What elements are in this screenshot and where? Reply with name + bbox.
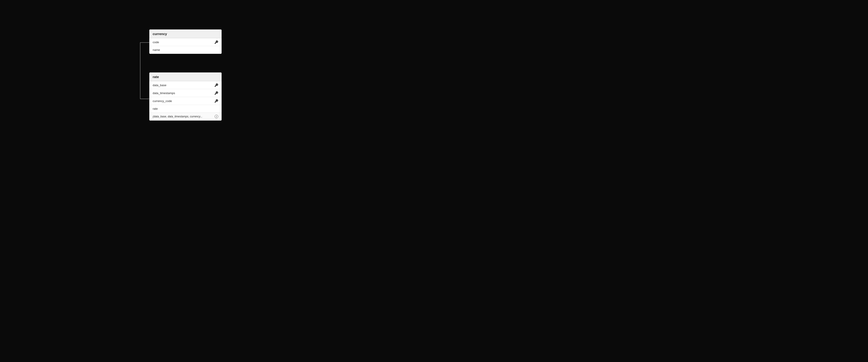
connector-line: [140, 42, 149, 99]
field-data-timestamps: data_timestamps: [153, 91, 175, 95]
currency-table: currency code 🔑 name: [149, 29, 222, 54]
currency-table-header: currency: [150, 30, 221, 38]
info-icon: i: [215, 115, 218, 118]
key-icon-data-base: 🔑: [214, 83, 218, 87]
table-row: rate: [150, 105, 221, 113]
table-row: currency_code 🔑: [150, 97, 221, 105]
currency-table-title: currency: [153, 32, 167, 36]
key-icon-data-timestamps: 🔑: [214, 91, 218, 95]
field-rate: rate: [153, 107, 158, 111]
key-icon-code: 🔑: [214, 40, 218, 44]
rate-table-title: rate: [153, 75, 159, 79]
field-code: code: [153, 40, 159, 44]
field-currency-code: currency_code: [153, 99, 172, 103]
composite-key-row: (data_base, data_timestamps, currency...…: [150, 113, 221, 120]
rate-table: rate data_base 🔑 data_timestamps 🔑 curre…: [149, 72, 222, 121]
connector-svg: [0, 0, 868, 362]
field-data-base: data_base: [153, 84, 166, 87]
table-row: data_timestamps 🔑: [150, 89, 221, 97]
table-row: name: [150, 46, 221, 54]
field-name: name: [153, 48, 160, 52]
table-row: data_base 🔑: [150, 81, 221, 89]
table-row: code 🔑: [150, 38, 221, 46]
rate-table-header: rate: [150, 72, 221, 81]
composite-key-text: (data_base, data_timestamps, currency...: [153, 115, 203, 118]
key-icon-currency-code: 🔑: [214, 99, 218, 103]
